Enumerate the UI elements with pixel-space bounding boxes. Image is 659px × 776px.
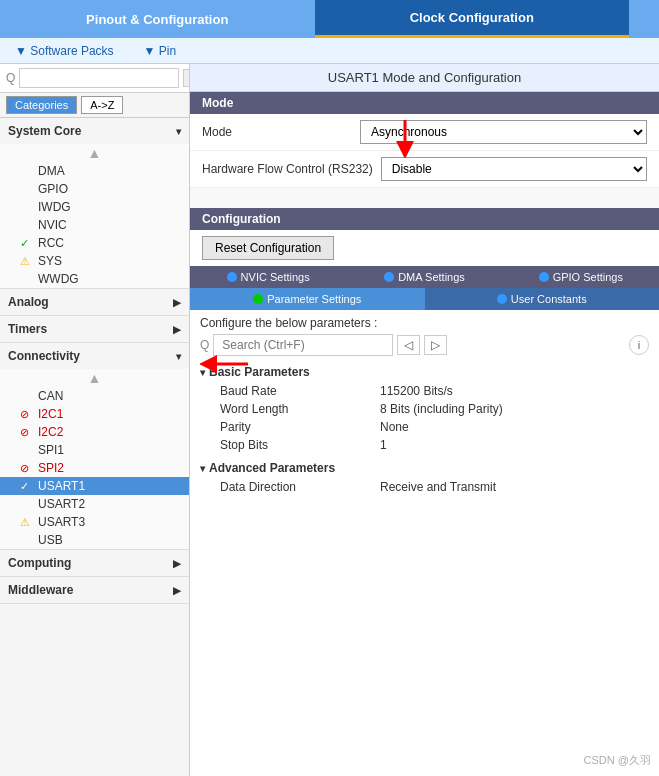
sidebar-item-usart2[interactable]: USART2 (0, 495, 189, 513)
disabled-icon: ⊘ (20, 426, 34, 439)
param-value: Receive and Transmit (380, 480, 496, 494)
hardware-flow-label: Hardware Flow Control (RS232) (202, 162, 373, 176)
content-panel: USART1 Mode and Configuration Mode Mode (190, 64, 659, 776)
sidebar-section-analog: Analog ▶ (0, 289, 189, 316)
params-area: Configure the below parameters : Q ◁ ▷ i… (190, 310, 659, 502)
warn-icon: ⚠ (20, 516, 34, 529)
sidebar: Q ▾ ⚙ Categories A->Z System Core ▾ ▲ DM… (0, 64, 190, 776)
mode-select[interactable]: Asynchronous (360, 120, 647, 144)
system-core-header[interactable]: System Core ▾ (0, 118, 189, 144)
hardware-flow-row: Hardware Flow Control (RS232) Disable (190, 151, 659, 188)
sidebar-item-usb[interactable]: USB (0, 531, 189, 549)
param-search-icon: Q (200, 338, 209, 352)
tab-dot-nvic (227, 272, 237, 282)
param-value: 1 (380, 438, 387, 452)
basic-params-group: ▾ Basic Parameters Baud Rate 115200 Bits… (200, 362, 649, 454)
sidebar-section-timers: Timers ▶ (0, 316, 189, 343)
software-packs-btn[interactable]: ▼ Software Packs (0, 44, 129, 58)
param-row-data-dir: Data Direction Receive and Transmit (200, 478, 649, 496)
sidebar-item-sys[interactable]: ⚠SYS (0, 252, 189, 270)
sidebar-section-computing: Computing ▶ (0, 550, 189, 577)
param-row-word: Word Length 8 Bits (including Parity) (200, 400, 649, 418)
check-icon: ✓ (20, 237, 34, 250)
config-section: Configuration Reset Configuration NVIC S… (190, 208, 659, 502)
sidebar-section-middleware: Middleware ▶ (0, 577, 189, 604)
param-value: None (380, 420, 409, 434)
tab-dma-settings[interactable]: DMA Settings (346, 266, 502, 288)
sidebar-item-gpio[interactable]: GPIO (0, 180, 189, 198)
param-name: Baud Rate (220, 384, 380, 398)
tab-nvic-settings[interactable]: NVIC Settings (190, 266, 346, 288)
check-icon: ✓ (20, 480, 34, 493)
usart-header: USART1 Mode and Configuration (190, 64, 659, 92)
mode-row: Mode Asynchronous (190, 114, 659, 151)
sidebar-item-i2c1[interactable]: ⊘I2C1 (0, 405, 189, 423)
sidebar-item-spi2[interactable]: ⊘SPI2 (0, 459, 189, 477)
hardware-flow-select[interactable]: Disable (381, 157, 647, 181)
sidebar-section-connectivity: Connectivity ▾ ▲ CAN ⊘I2C1 ⊘I2C2 SPI1 ⊘S… (0, 343, 189, 550)
tab-clock[interactable]: Clock Configuration (315, 0, 630, 38)
config-section-bar: Configuration (190, 208, 659, 230)
configure-label: Configure the below parameters : (200, 316, 649, 330)
disabled-icon: ⊘ (20, 462, 34, 475)
tab-user-constants[interactable]: User Constants (425, 288, 660, 310)
mode-section-bar: Mode (190, 92, 659, 114)
connectivity-header[interactable]: Connectivity ▾ (0, 343, 189, 369)
sidebar-item-usart3[interactable]: ⚠USART3 (0, 513, 189, 531)
sidebar-item-nvic[interactable]: NVIC (0, 216, 189, 234)
param-prev-btn[interactable]: ◁ (397, 335, 420, 355)
warn-icon: ⚠ (20, 255, 34, 268)
param-row-stop: Stop Bits 1 (200, 436, 649, 454)
sidebar-section-system-core: System Core ▾ ▲ DMA GPIO IWDG NVIC ✓RCC … (0, 118, 189, 289)
analog-header[interactable]: Analog ▶ (0, 289, 189, 315)
disabled-icon: ⊘ (20, 408, 34, 421)
sidebar-item-i2c2[interactable]: ⊘I2C2 (0, 423, 189, 441)
param-name: Word Length (220, 402, 380, 416)
reset-config-button[interactable]: Reset Configuration (202, 236, 334, 260)
search-input[interactable] (19, 68, 179, 88)
tab-pinout[interactable]: Pinout & Configuration (0, 0, 315, 38)
search-icon: Q (6, 71, 15, 85)
param-name: Data Direction (220, 480, 380, 494)
param-name: Stop Bits (220, 438, 380, 452)
tab-parameter-settings[interactable]: Parameter Settings (190, 288, 425, 310)
basic-params-header[interactable]: ▾ Basic Parameters (200, 362, 649, 382)
middleware-header[interactable]: Middleware ▶ (0, 577, 189, 603)
tab-dot-params (253, 294, 263, 304)
atoz-tab[interactable]: A->Z (81, 96, 123, 114)
tab-dot-dma (384, 272, 394, 282)
pin-btn[interactable]: ▼ Pin (129, 44, 192, 58)
computing-header[interactable]: Computing ▶ (0, 550, 189, 576)
param-row-baud: Baud Rate 115200 Bits/s (200, 382, 649, 400)
tab-dot-user (497, 294, 507, 304)
param-next-btn[interactable]: ▷ (424, 335, 447, 355)
sidebar-item-usart1[interactable]: ✓USART1 (0, 477, 189, 495)
mode-label: Mode (202, 125, 352, 139)
param-row-parity: Parity None (200, 418, 649, 436)
sidebar-item-can[interactable]: CAN (0, 387, 189, 405)
sidebar-item-dma[interactable]: DMA (0, 162, 189, 180)
advanced-params-header[interactable]: ▾ Advanced Parameters (200, 458, 649, 478)
tab-dot-gpio (539, 272, 549, 282)
watermark: CSDN @久羽 (584, 753, 651, 768)
sidebar-item-spi1[interactable]: SPI1 (0, 441, 189, 459)
param-info-btn[interactable]: i (629, 335, 649, 355)
param-value: 8 Bits (including Parity) (380, 402, 503, 416)
sidebar-item-iwdg[interactable]: IWDG (0, 198, 189, 216)
param-value: 115200 Bits/s (380, 384, 453, 398)
search-dropdown[interactable]: ▾ (183, 69, 190, 87)
categories-tab[interactable]: Categories (6, 96, 77, 114)
param-name: Parity (220, 420, 380, 434)
sidebar-item-wwdg[interactable]: WWDG (0, 270, 189, 288)
param-search-input[interactable] (213, 334, 393, 356)
sidebar-item-rcc[interactable]: ✓RCC (0, 234, 189, 252)
advanced-params-group: ▾ Advanced Parameters Data Direction Rec… (200, 458, 649, 496)
tab-gpio-settings[interactable]: GPIO Settings (503, 266, 659, 288)
timers-header[interactable]: Timers ▶ (0, 316, 189, 342)
